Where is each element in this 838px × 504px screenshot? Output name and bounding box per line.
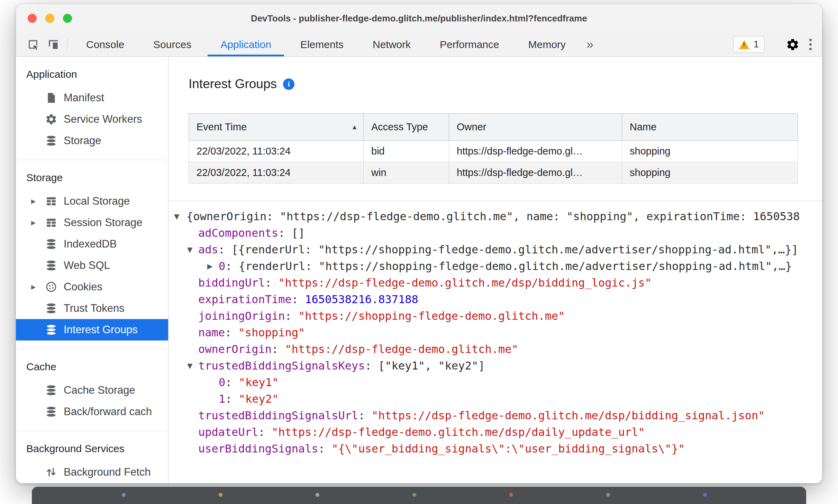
close-button[interactable] <box>28 14 37 23</box>
expand-arrow-icon[interactable]: ▶ <box>31 198 45 205</box>
expand-arrow-icon[interactable]: ▶ <box>31 219 45 226</box>
sidebar-item-local-storage[interactable]: ▶Local Storage <box>16 190 168 212</box>
devtools-tabs: ConsoleSourcesApplicationElementsNetwork… <box>72 32 580 56</box>
tab-network[interactable]: Network <box>358 32 425 56</box>
window-title: DevTools - publisher-fledge-demo.glitch.… <box>251 13 587 24</box>
sidebar-item-label: Service Workers <box>64 113 142 125</box>
sidebar-item-label: Storage <box>64 134 101 147</box>
table-icon <box>45 216 57 229</box>
sidebar-item-label: Back/forward cach <box>64 405 152 418</box>
device-toolbar-button[interactable] <box>43 32 63 56</box>
zoom-button[interactable] <box>63 14 72 23</box>
table-icon <box>45 195 57 207</box>
tree-segment-name: ads <box>198 243 218 256</box>
traffic-lights <box>28 4 72 32</box>
column-header-name[interactable]: Name <box>622 114 798 141</box>
dock[interactable] <box>32 487 806 504</box>
sidebar-item-storage[interactable]: Storage <box>16 130 168 151</box>
tree-line: biddingUrl: "https://dsp-fledge-demo.gli… <box>168 274 822 291</box>
tree-segment-plain: : ["key1", "key2"] <box>365 359 485 372</box>
toolbar-divider <box>67 38 67 51</box>
database-icon <box>45 302 57 315</box>
more-tabs-button[interactable]: » <box>580 32 600 56</box>
dock-app-dot <box>606 493 610 497</box>
collapse-arrow-icon[interactable]: ▼ <box>187 241 192 258</box>
dock-app-dot <box>219 493 222 497</box>
database-icon <box>45 405 57 418</box>
sidebar-item-back-forward-cach[interactable]: Back/forward cach <box>16 401 168 422</box>
sidebar-item-trust-tokens[interactable]: Trust Tokens <box>16 298 168 319</box>
tree-line: 0: "key1" <box>168 374 822 391</box>
issues-count: 1 <box>754 39 759 50</box>
gear-icon[interactable] <box>786 38 800 52</box>
tree-segment-string: "{\"user_bidding_signals\":\"user_biddin… <box>331 442 685 455</box>
sidebar-item-label: Web SQL <box>64 259 110 272</box>
tree-segment-name: userBiddingSignals <box>198 442 318 455</box>
cookie-icon <box>45 281 57 293</box>
sidebar-section-title-cache: Cache <box>16 351 168 380</box>
tree-segment-string: "shopping" <box>238 326 305 339</box>
sidebar-item-background-fetch[interactable]: Background Fetch <box>16 461 168 483</box>
tree-segment-string: "key2" <box>239 392 279 405</box>
tree-line: ▼ads: [{renderUrl: "https://shopping-fle… <box>168 241 822 258</box>
dock-app-dot <box>122 493 126 497</box>
tree-segment-string: "https://dsp-fledge-demo.glitch.me/dsp/b… <box>278 276 652 289</box>
sidebar-item-manifest[interactable]: Manifest <box>16 87 168 109</box>
sidebar-sections: ApplicationManifestService WorkersStorag… <box>16 59 168 483</box>
column-header-owner[interactable]: Owner <box>449 114 622 141</box>
tree-segment-plain: : [{renderUrl: "https://shopping-fledge-… <box>218 243 798 256</box>
gear-icon <box>45 113 57 125</box>
table-row[interactable]: 22/03/2022, 11:03:24bidhttps://dsp-fledg… <box>189 141 798 162</box>
sidebar-item-label: Interest Groups <box>64 324 138 336</box>
sidebar-item-interest-groups[interactable]: Interest Groups <box>16 319 168 340</box>
device-toolbar-icon <box>47 38 60 51</box>
tab-memory[interactable]: Memory <box>514 32 580 56</box>
sidebar-item-cache-storage[interactable]: Cache Storage <box>16 380 168 401</box>
sidebar-section-title-storage: Storage <box>16 162 168 190</box>
collapse-arrow-icon[interactable]: ▼ <box>174 208 179 225</box>
collapse-arrow-icon[interactable]: ▼ <box>187 357 192 374</box>
database-icon <box>45 259 57 272</box>
column-header-access-type[interactable]: Access Type <box>364 114 449 141</box>
sidebar-item-session-storage[interactable]: ▶Session Storage <box>16 212 168 233</box>
tab-console[interactable]: Console <box>72 32 139 56</box>
table-cell: bid <box>364 141 449 162</box>
table-row[interactable]: 22/03/2022, 11:03:24winhttps://dsp-fledg… <box>189 162 798 184</box>
tree-segment-plain: : <box>265 276 279 289</box>
sidebar-item-indexeddb[interactable]: IndexedDB <box>16 233 168 255</box>
column-header-event-time[interactable]: Event Time▲ <box>189 114 364 141</box>
sidebar-item-web-sql[interactable]: Web SQL <box>16 255 168 276</box>
kebab-menu-icon[interactable] <box>806 37 815 52</box>
tab-elements[interactable]: Elements <box>286 32 358 56</box>
table-cell: win <box>364 162 449 184</box>
tree-segment-name: 0 <box>219 260 225 273</box>
document-icon <box>45 92 57 104</box>
minimize-button[interactable] <box>45 14 54 23</box>
sidebar-section-title-application: Application <box>16 59 168 87</box>
tab-performance[interactable]: Performance <box>425 32 514 56</box>
issues-badge[interactable]: 1 <box>733 36 765 53</box>
toolbar-actions: 1 <box>733 32 815 56</box>
sidebar-item-service-workers[interactable]: Service Workers <box>16 109 168 130</box>
interest-groups-panel: Interest Groups i Event Time▲Access Type… <box>168 57 822 483</box>
fetch-icon <box>45 466 57 478</box>
tree-line: ownerOrigin: "https://dsp-fledge-demo.gl… <box>168 341 822 357</box>
expand-arrow-icon[interactable]: ▶ <box>207 258 212 274</box>
tree-segment-string: "key1" <box>239 376 279 389</box>
sidebar-item-cookies[interactable]: ▶Cookies <box>16 276 168 298</box>
tree-line: joiningOrigin: "https://shopping-fledge-… <box>168 308 822 324</box>
dock-app-dot <box>703 493 707 497</box>
expand-arrow-icon[interactable]: ▶ <box>31 283 45 291</box>
sidebar-divider <box>16 431 168 431</box>
database-icon <box>45 134 57 147</box>
tree-segment-string: "https://shopping-fledge-demo.glitch.me" <box>298 309 565 323</box>
sidebar-divider <box>16 349 168 349</box>
info-icon[interactable]: i <box>283 78 294 90</box>
tab-sources[interactable]: Sources <box>139 32 206 56</box>
devtools-toolbar: ConsoleSourcesApplicationElementsNetwork… <box>16 32 822 57</box>
database-icon <box>45 324 57 336</box>
inspect-button[interactable] <box>23 32 43 56</box>
devtools-content: ApplicationManifestService WorkersStorag… <box>16 57 822 483</box>
tree-segment-name: 0 <box>219 376 225 389</box>
tab-application[interactable]: Application <box>206 32 286 56</box>
